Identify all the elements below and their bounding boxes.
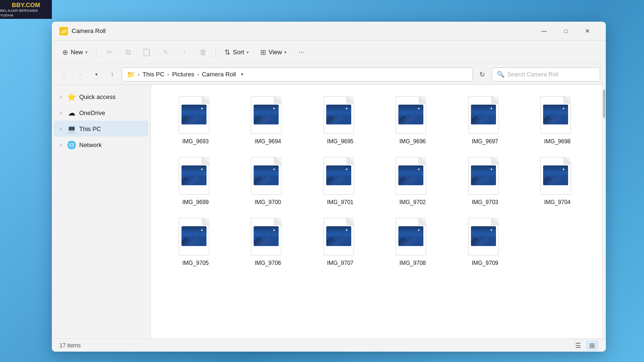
view-label: View (269, 49, 282, 56)
file-item-IMG_9700[interactable]: IMG_9700 (233, 153, 304, 210)
watermark-text2: BELAJAR BERSAMA YUDHA (0, 8, 52, 17)
cut-button[interactable]: ✂ (100, 44, 117, 60)
search-icon: 🔍 (497, 71, 504, 78)
watermark: BBY.COM BELAJAR BERSAMA YUDHA (0, 0, 52, 19)
file-image-preview (182, 226, 206, 246)
file-item-IMG_9698[interactable]: IMG_9698 (522, 92, 593, 149)
image-thumbnail (254, 105, 279, 124)
address-pictures: Pictures (172, 71, 194, 78)
file-explorer-window: Camera Roll — □ ✕ ⊕ New ▾ ✂ ⧉ 📋 ✎ ↑ 🗑 ⇅ … (52, 22, 606, 352)
more-button[interactable]: ··· (293, 44, 310, 60)
file-image-preview (254, 105, 279, 124)
view-button[interactable]: ⊞ View ▾ (256, 46, 291, 59)
file-item-IMG_9699[interactable]: IMG_9699 (160, 153, 231, 210)
file-item-IMG_9706[interactable]: IMG_9706 (233, 214, 304, 271)
file-item-IMG_9693[interactable]: IMG_9693 (160, 92, 231, 149)
address-dropdown-icon[interactable]: ▾ (238, 68, 246, 81)
image-thumbnail (471, 165, 496, 185)
file-icon (540, 96, 574, 136)
file-item-IMG_9701[interactable]: IMG_9701 (305, 153, 376, 210)
file-name: IMG_9708 (399, 259, 426, 267)
file-icon (251, 157, 285, 197)
up-button[interactable]: ↑ (106, 68, 119, 81)
address-camera-roll: Camera Roll (202, 71, 236, 78)
quick-access-icon: ⭐ (67, 92, 76, 101)
file-image-preview (398, 226, 423, 246)
delete-button[interactable]: 🗑 (195, 44, 212, 60)
onedrive-chevron: › (58, 110, 64, 115)
share-button[interactable]: ↑ (176, 44, 193, 60)
file-image-preview (182, 105, 206, 124)
sidebar-item-network[interactable]: › 🌐 Network (54, 137, 149, 153)
maximize-button[interactable]: □ (555, 24, 577, 39)
minimize-button[interactable]: — (533, 24, 555, 39)
sort-chevron-icon: ▾ (247, 50, 249, 55)
file-item-IMG_9696[interactable]: IMG_9696 (378, 92, 448, 149)
file-item-IMG_9703[interactable]: IMG_9703 (450, 153, 520, 210)
file-icon (179, 96, 213, 136)
file-icon (396, 218, 429, 257)
list-view-button[interactable]: ☰ (572, 340, 584, 351)
forward-button[interactable]: › (74, 68, 87, 81)
sidebar-item-onedrive[interactable]: › ☁ OneDrive (54, 105, 149, 121)
title-bar: Camera Roll — □ ✕ (52, 22, 606, 41)
image-thumbnail (326, 105, 351, 124)
paste-button[interactable]: 📋 (138, 44, 155, 60)
search-box[interactable]: 🔍 Search Camera Roll (492, 67, 600, 82)
scrollbar[interactable] (602, 85, 606, 338)
quick-access-chevron: › (58, 94, 64, 99)
image-thumbnail (543, 105, 568, 124)
file-name: IMG_9695 (327, 138, 354, 146)
quick-access-label: Quick access (79, 93, 116, 100)
files-grid: IMG_9693 IMG_9694 IMG_9695 (160, 92, 593, 271)
grid-view-button[interactable]: ⊞ (586, 340, 598, 351)
file-item-IMG_9704[interactable]: IMG_9704 (522, 153, 593, 210)
image-thumbnail (182, 165, 206, 185)
address-bar[interactable]: 📁 › This PC › Pictures › Camera Roll ▾ (122, 67, 473, 82)
file-area: IMG_9693 IMG_9694 IMG_9695 (151, 85, 602, 338)
file-image-preview (254, 226, 279, 246)
item-count: 17 items (59, 342, 81, 349)
file-name: IMG_9697 (472, 138, 498, 146)
back-button[interactable]: ‹ (58, 68, 71, 81)
file-image-preview (398, 165, 423, 185)
file-image-preview (471, 165, 496, 185)
refresh-button[interactable]: ↻ (476, 68, 489, 81)
rename-button[interactable]: ✎ (157, 44, 174, 60)
file-item-IMG_9695[interactable]: IMG_9695 (305, 92, 376, 149)
view-controls: ☰ ⊞ (572, 340, 598, 351)
new-button[interactable]: ⊕ New ▾ (58, 46, 92, 59)
file-item-IMG_9707[interactable]: IMG_9707 (305, 214, 376, 271)
file-item-IMG_9705[interactable]: IMG_9705 (160, 214, 231, 271)
file-icon (540, 157, 574, 197)
file-icon (179, 157, 213, 197)
new-label: New (71, 49, 83, 56)
window-icon (59, 27, 68, 35)
file-name: IMG_9704 (544, 198, 570, 206)
recent-button[interactable]: ▾ (90, 68, 103, 81)
file-item-IMG_9709[interactable]: IMG_9709 (450, 214, 520, 271)
file-name: IMG_9702 (399, 198, 426, 206)
file-name: IMG_9700 (255, 198, 281, 206)
file-name: IMG_9705 (182, 259, 209, 267)
status-bar: 17 items ☰ ⊞ (52, 338, 606, 352)
view-icon: ⊞ (260, 48, 266, 57)
scroll-thumb[interactable] (603, 90, 605, 118)
file-item-IMG_9694[interactable]: IMG_9694 (233, 92, 304, 149)
image-thumbnail (182, 226, 206, 246)
content-area: › ⭐ Quick access › ☁ OneDrive › 💻 This P… (52, 85, 606, 338)
copy-button[interactable]: ⧉ (119, 44, 136, 60)
image-thumbnail (254, 165, 279, 185)
file-name: IMG_9701 (327, 198, 354, 206)
file-item-IMG_9702[interactable]: IMG_9702 (378, 153, 448, 210)
sort-icon: ⇅ (224, 48, 231, 57)
sidebar-item-this-pc[interactable]: › 💻 This PC (54, 121, 149, 137)
close-button[interactable]: ✕ (577, 24, 598, 39)
file-item-IMG_9708[interactable]: IMG_9708 (378, 214, 448, 271)
file-item-IMG_9697[interactable]: IMG_9697 (450, 92, 520, 149)
image-thumbnail (182, 105, 206, 124)
onedrive-icon: ☁ (67, 108, 76, 117)
sidebar-item-quick-access[interactable]: › ⭐ Quick access (54, 89, 149, 105)
sort-button[interactable]: ⇅ Sort ▾ (220, 46, 254, 59)
image-thumbnail (398, 165, 423, 185)
